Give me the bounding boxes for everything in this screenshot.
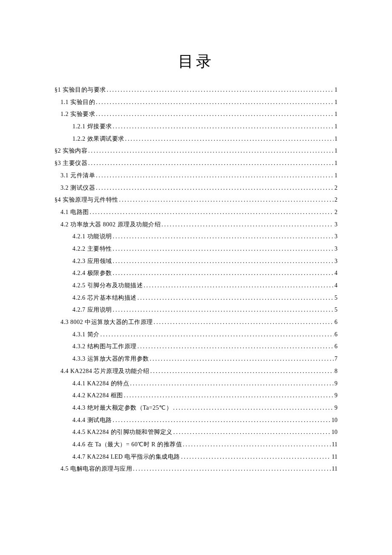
toc-entry-page: 3 — [334, 219, 337, 231]
toc-entry-page: 1 — [334, 108, 337, 121]
toc-entry: 4.2 功率放大器 8002 原理及功能介绍3 — [55, 219, 337, 231]
toc-entry: §1 实验目的与要求1 — [55, 84, 337, 96]
toc-entry-page: 1 — [334, 121, 337, 133]
toc-leader-dots — [113, 243, 334, 255]
toc-entry-label: 3.2 测试仪器 — [61, 182, 95, 194]
toc-entry-page: 4 — [334, 267, 337, 280]
toc-leader-dots — [113, 231, 334, 243]
toc-leader-dots — [113, 121, 334, 133]
toc-entry-label: 4.2.1 功能说明 — [72, 231, 112, 243]
toc-leader-dots — [125, 133, 334, 145]
toc-leader-dots — [88, 157, 334, 170]
toc-leader-dots — [173, 426, 331, 439]
toc-entry-label: 3.1 元件清单 — [61, 170, 95, 182]
toc-entry: 4.2.6 芯片基本结构描述5 — [55, 292, 337, 304]
toc-entry: 4.4.5 KA2284 的引脚功能和管脚定义10 — [55, 426, 337, 439]
toc-leader-dots — [96, 96, 334, 109]
toc-leader-dots — [150, 353, 334, 365]
toc-entry-page: 3 — [334, 243, 337, 255]
toc-leader-dots — [113, 267, 334, 280]
toc-entry-page: 11 — [332, 463, 337, 475]
toc-entry-page: 9 — [334, 390, 337, 402]
table-of-contents: §1 实验目的与要求11.1 实验目的11.2 实验要求11.2.1 焊接要求1… — [55, 84, 337, 475]
toc-entry-label: 1.2.1 焊接要求 — [72, 121, 112, 133]
toc-entry-label: §4 实验原理与元件特性 — [55, 194, 118, 206]
toc-leader-dots — [150, 365, 334, 378]
toc-entry: §2 实验内容1 — [55, 145, 337, 157]
toc-entry: 4.4.4 测试电路10 — [55, 414, 337, 427]
toc-entry-label: 4.2.6 芯片基本结构描述 — [72, 292, 137, 304]
toc-entry-label: 4.4 KA2284 芯片原理及功能介绍 — [61, 365, 150, 378]
toc-entry-label: 4.4.2 KA2284 框图 — [72, 390, 123, 402]
toc-entry-page: 1 — [334, 170, 337, 182]
toc-entry-page: 2 — [334, 194, 337, 206]
toc-entry-label: 4.4.7 KA2284 LED 电平指示的集成电路 — [72, 451, 180, 463]
toc-leader-dots — [101, 329, 334, 341]
toc-entry-label: 4.4.6 在 Ta（最大）= 60℃时 R 的推荐值 — [72, 439, 182, 451]
toc-entry: 4.2.3 应用领域3 — [55, 255, 337, 268]
toc-entry: 1.2.2 效果调试要求1 — [55, 133, 337, 145]
toc-entry-label: §1 实验目的与要求 — [55, 84, 106, 96]
document-page: 目录 §1 实验目的与要求11.1 实验目的11.2 实验要求11.2.1 焊接… — [0, 0, 392, 475]
toc-entry: 3.1 元件清单1 — [55, 170, 337, 182]
toc-entry-label: 1.2.2 效果调试要求 — [72, 133, 124, 145]
toc-entry-page: 6 — [334, 341, 337, 353]
toc-entry: §3 主要仪器1 — [55, 157, 337, 170]
toc-entry-page: 3 — [334, 231, 337, 243]
toc-entry: 4.2.7 应用说明5 — [55, 304, 337, 316]
toc-entry: 4.1 电路图2 — [55, 206, 337, 219]
toc-entry: 4.5 电解电容的原理与应用11 — [55, 463, 337, 475]
toc-entry-page: 10 — [331, 414, 337, 427]
toc-entry: 1.1 实验目的1 — [55, 96, 337, 109]
toc-entry: 1.2 实验要求1 — [55, 108, 337, 121]
toc-entry-page: 1 — [334, 96, 337, 109]
toc-entry: 3.2 测试仪器2 — [55, 182, 337, 194]
toc-entry-label: 4.2.7 应用说明 — [72, 304, 112, 316]
toc-entry: 4.4.6 在 Ta（最大）= 60℃时 R 的推荐值11 — [55, 439, 337, 451]
toc-entry-page: 2 — [334, 182, 337, 194]
toc-leader-dots — [113, 255, 334, 268]
toc-entry-page: 10 — [331, 426, 337, 439]
toc-entry-label: 1.1 实验目的 — [61, 96, 95, 109]
toc-entry-label: 4.3.3 运算放大器的常用参数 — [72, 353, 149, 365]
toc-entry: 4.3.2 结构图与工作原理6 — [55, 341, 337, 353]
toc-entry-label: 4.5 电解电容的原理与应用 — [61, 463, 132, 475]
toc-entry-page: 11 — [332, 439, 337, 451]
toc-entry: 4.2.4 极限参数4 — [55, 267, 337, 280]
toc-entry-label: 4.3 8002 中运算放大器的工作原理 — [61, 316, 153, 329]
toc-entry: 4.2.1 功能说明3 — [55, 231, 337, 243]
toc-entry-page: 11 — [332, 451, 337, 463]
toc-entry-page: 9 — [334, 402, 337, 414]
toc-entry-page: 6 — [334, 316, 337, 329]
toc-entry: 4.2.5 引脚分布及功能描述4 — [55, 280, 337, 292]
toc-entry-label: §2 实验内容 — [55, 145, 87, 157]
toc-entry: 4.4 KA2284 芯片原理及功能介绍8 — [55, 365, 337, 378]
toc-leader-dots — [138, 292, 334, 304]
toc-leader-dots — [113, 304, 334, 316]
toc-entry-page: 2 — [334, 206, 337, 219]
toc-entry: 4.3 8002 中运算放大器的工作原理6 — [55, 316, 337, 329]
page-title: 目录 — [55, 51, 337, 72]
toc-entry: 4.3.1 简介6 — [55, 329, 337, 341]
toc-leader-dots — [130, 378, 334, 390]
toc-entry-page: 7 — [334, 353, 337, 365]
toc-entry: §4 实验原理与元件特性2 — [55, 194, 337, 206]
toc-leader-dots — [124, 390, 334, 402]
toc-entry-label: 1.2 实验要求 — [61, 108, 95, 121]
toc-entry-page: 8 — [334, 365, 337, 378]
toc-leader-dots — [96, 170, 334, 182]
toc-entry-page: 6 — [334, 329, 337, 341]
toc-leader-dots — [96, 108, 334, 121]
toc-entry-label: 4.1 电路图 — [61, 206, 89, 219]
toc-leader-dots — [88, 145, 334, 157]
toc-entry-label: 4.2.5 引脚分布及功能描述 — [72, 280, 143, 292]
toc-leader-dots — [173, 402, 334, 414]
toc-entry-label: 4.4.4 测试电路 — [72, 414, 112, 427]
toc-entry-label: 4.2.4 极限参数 — [72, 267, 112, 280]
toc-entry-label: 4.3.1 简介 — [72, 329, 100, 341]
toc-entry-label: 4.4.5 KA2284 的引脚功能和管脚定义 — [72, 426, 173, 439]
toc-leader-dots — [90, 206, 334, 219]
toc-entry-page: 5 — [334, 292, 337, 304]
toc-entry-label: 4.3.2 结构图与工作原理 — [72, 341, 137, 353]
toc-leader-dots — [107, 84, 334, 96]
